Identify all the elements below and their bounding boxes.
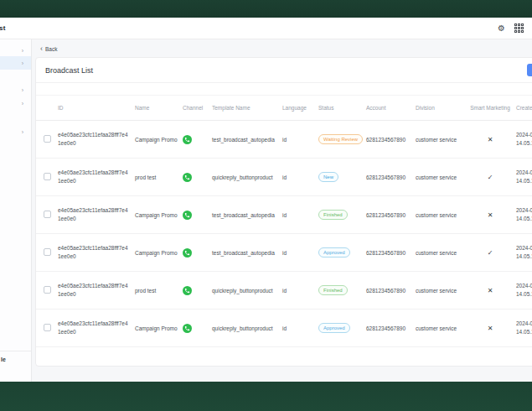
- cell-account: 6281234567890: [366, 212, 416, 218]
- row-checkbox[interactable]: [44, 324, 51, 331]
- cell-template: quickreply_buttonproduct: [212, 325, 282, 331]
- cell-name: prod test: [135, 174, 180, 180]
- cell-name: Campaign Promo: [135, 250, 180, 256]
- table-row: e4e05ae23cfc11efaa28fff7e41ee0e0 Campaig…: [36, 310, 532, 347]
- cell-account: 6281234567890: [366, 174, 416, 180]
- row-checkbox[interactable]: [44, 173, 51, 180]
- table-row: e4e05ae23cfc11efaa28fff7e41ee0e0 prod te…: [36, 272, 532, 310]
- cell-language: id: [282, 174, 318, 180]
- status-badge: Waiting Review: [318, 134, 363, 144]
- cell-name: Campaign Promo: [135, 212, 180, 218]
- page-title: Broadcast List: [45, 66, 93, 75]
- cell-language: id: [282, 288, 318, 294]
- cell-template: test_broadcast_autopedia: [212, 137, 282, 143]
- column-header-division: Division: [416, 105, 464, 111]
- cell-division: customer service: [416, 250, 464, 256]
- cell-division: customer service: [416, 325, 464, 331]
- chevron-right-icon: ›: [22, 48, 23, 54]
- column-header-template: Template Name: [212, 105, 282, 111]
- table-row: e4e05ae23cfc11efaa28fff7e41ee0e0 Campaig…: [36, 121, 532, 159]
- chevron-right-icon: ›: [22, 129, 23, 135]
- apps-grid-icon[interactable]: [514, 23, 524, 33]
- cell-template: test_broadcast_autopedia: [212, 212, 282, 218]
- chevron-right-icon: ›: [22, 87, 23, 93]
- check-icon: ✓: [464, 249, 516, 257]
- whatsapp-icon: [183, 286, 192, 295]
- table-header-row: ID Name Channel Template Name Language S…: [36, 95, 532, 121]
- row-checkbox[interactable]: [44, 286, 51, 294]
- whatsapp-icon: [183, 324, 192, 333]
- cell-language: id: [282, 250, 318, 256]
- cell-id: e4e05ae23cfc11efaa28fff7e41ee0e0: [58, 320, 135, 336]
- table-row: e4e05ae23cfc11efaa28fff7e41ee0e0 prod te…: [36, 159, 532, 196]
- chevron-right-icon: ›: [22, 101, 23, 107]
- cell-template: quickreply_buttonproduct: [212, 288, 282, 294]
- cell-division: customer service: [416, 212, 464, 218]
- cell-name: prod test: [135, 288, 180, 294]
- sidebar-footer-label[interactable]: le: [0, 351, 31, 362]
- column-header-smart-marketing: Smart Marketing: [464, 105, 516, 111]
- cell-id: e4e05ae23cfc11efaa28fff7e41ee0e0: [58, 244, 135, 261]
- topbar-icons: ⚙: [498, 23, 524, 33]
- cell-account: 6281234567890: [366, 137, 416, 143]
- column-header-id: ID: [58, 104, 135, 112]
- broadcast-table: ID Name Channel Template Name Language S…: [36, 95, 532, 347]
- create-broadcast-button[interactable]: Create B: [527, 64, 532, 76]
- status-badge: New: [318, 172, 338, 182]
- cell-created: 2024-0514.05.19: [516, 131, 532, 148]
- cell-created: 2024-0514.05.19: [516, 244, 532, 261]
- cell-account: 6281234567890: [366, 288, 416, 294]
- table-row: e4e05ae23cfc11efaa28fff7e41ee0e0 Campaig…: [36, 196, 532, 234]
- sidebar-item-2-active[interactable]: ›: [0, 56, 31, 70]
- cell-division: customer service: [416, 137, 464, 143]
- chevron-right-icon: ›: [22, 60, 23, 66]
- sidebar-item-1[interactable]: ›: [0, 44, 31, 57]
- whatsapp-icon: [183, 211, 192, 220]
- row-checkbox[interactable]: [44, 135, 51, 143]
- row-checkbox[interactable]: [44, 248, 51, 256]
- sidebar: › › › › › le: [0, 39, 32, 382]
- cell-account: 6281234567890: [366, 325, 416, 331]
- settings-icon[interactable]: ⚙: [498, 24, 505, 33]
- x-icon: ✕: [464, 325, 516, 332]
- cell-created: 2024-0514.05.19: [516, 282, 532, 299]
- column-header-channel: Channel: [180, 105, 212, 111]
- app-logo: st: [0, 24, 6, 32]
- column-header-language: Language: [282, 105, 318, 111]
- back-button[interactable]: ‹ Back: [40, 45, 57, 53]
- sidebar-item-5[interactable]: ›: [0, 125, 31, 138]
- status-badge: Approved: [318, 247, 350, 258]
- row-checkbox[interactable]: [44, 211, 51, 218]
- cell-id: e4e05ae23cfc11efaa28fff7e41ee0e0: [58, 131, 135, 148]
- status-badge: Finished: [318, 285, 348, 295]
- cell-account: 6281234567890: [366, 250, 416, 256]
- cell-division: customer service: [416, 288, 464, 294]
- column-header-status: Status: [318, 105, 366, 111]
- chevron-left-icon: ‹: [40, 45, 43, 53]
- cell-division: customer service: [416, 174, 464, 180]
- cell-language: id: [282, 325, 318, 331]
- whatsapp-icon: [183, 248, 192, 258]
- main-content: ‹ Back Broadcast List Create B ID Name C…: [32, 39, 532, 382]
- cell-id: e4e05ae23cfc11efaa28fff7e41ee0e0: [58, 169, 135, 185]
- column-header-account: Account: [366, 105, 416, 111]
- card-header: Broadcast List Create B: [36, 58, 532, 83]
- broadcast-list-card: Broadcast List Create B ID Name Channel …: [35, 57, 532, 367]
- cell-template: test_broadcast_autopedia: [212, 250, 282, 256]
- whatsapp-icon: [183, 135, 192, 144]
- x-icon: ✕: [464, 287, 516, 294]
- cell-language: id: [282, 137, 318, 143]
- back-label: Back: [45, 46, 57, 52]
- check-icon: ✓: [464, 174, 516, 181]
- x-icon: ✕: [464, 136, 516, 143]
- sidebar-item-3[interactable]: ›: [0, 83, 31, 96]
- cell-id: e4e05ae23cfc11efaa28fff7e41ee0e0: [58, 206, 135, 223]
- column-header-created: Created: [516, 104, 532, 112]
- cell-created: 2024-0514.05.19: [516, 320, 532, 336]
- cell-id: e4e05ae23cfc11efaa28fff7e41ee0e0: [58, 282, 135, 299]
- cell-created: 2024-0514.05.19: [516, 169, 532, 185]
- table-row: e4e05ae23cfc11efaa28fff7e41ee0e0 Campaig…: [36, 234, 532, 272]
- cell-name: Campaign Promo: [135, 137, 180, 143]
- cell-name: Campaign Promo: [135, 325, 180, 331]
- sidebar-item-4[interactable]: ›: [0, 96, 31, 110]
